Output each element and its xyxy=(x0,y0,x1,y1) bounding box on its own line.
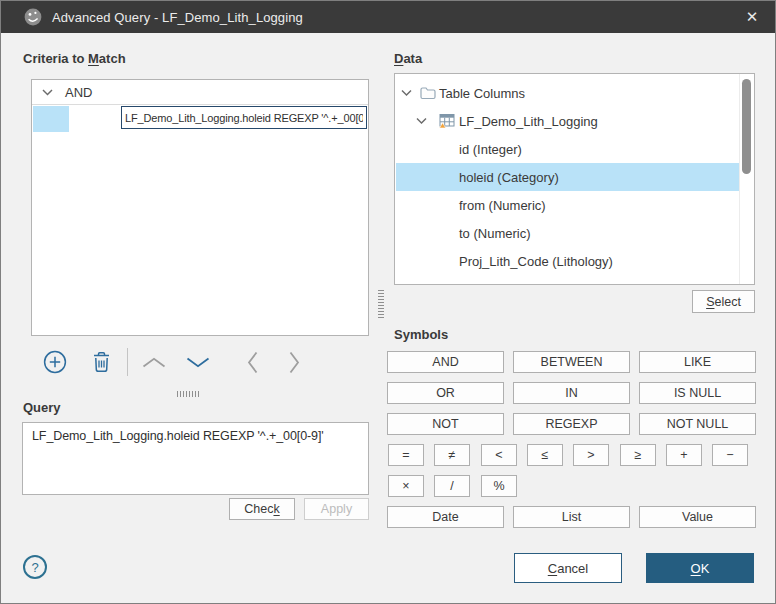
move-up-button[interactable] xyxy=(141,356,167,369)
symbol-value-button[interactable]: Value xyxy=(639,506,756,528)
symbol-date-button[interactable]: Date xyxy=(387,506,504,528)
check-button[interactable]: Check xyxy=(229,498,295,520)
tree-item-column-proj-lith-code[interactable]: Proj_Lith_Code (Lithology) xyxy=(396,247,741,275)
tree-item-label: LF_Demo_Lith_Logging xyxy=(459,114,598,129)
symbol-greater-than-button[interactable]: > xyxy=(573,444,609,466)
tree-item-column-to[interactable]: to (Numeric) xyxy=(396,219,741,247)
symbol-multiply-button[interactable]: × xyxy=(388,475,424,497)
symbol-not-button[interactable]: NOT xyxy=(387,413,504,435)
symbol-and-button[interactable]: AND xyxy=(387,351,504,373)
symbol-regexp-button[interactable]: REGEXP xyxy=(513,413,630,435)
symbol-not-equals-button[interactable]: ≠ xyxy=(434,444,470,466)
advanced-query-dialog: Advanced Query - LF_Demo_Lith_Logging ✕ … xyxy=(0,0,776,604)
symbol-like-button[interactable]: LIKE xyxy=(639,351,756,373)
cancel-button[interactable]: Cancel xyxy=(514,553,622,583)
criteria-row-handle[interactable] xyxy=(33,106,69,132)
tree-item-column-from[interactable]: from (Numeric) xyxy=(396,191,741,219)
symbol-is-null-button[interactable]: IS NULL xyxy=(639,382,756,404)
symbol-list-button[interactable]: List xyxy=(513,506,630,528)
symbol-not-null-button[interactable]: NOT NULL xyxy=(639,413,756,435)
symbol-minus-button[interactable]: − xyxy=(712,444,748,466)
criteria-root-label: AND xyxy=(65,85,92,100)
add-criteria-button[interactable] xyxy=(43,350,67,374)
plus-circle-icon xyxy=(43,350,67,374)
chevron-left-icon xyxy=(246,350,259,375)
symbol-greater-equal-button[interactable]: ≥ xyxy=(620,444,656,466)
data-tree-panel: Table Columns LF_Demo_Lith_Logging id (I… xyxy=(394,73,755,285)
chevron-down-icon xyxy=(185,356,211,369)
chevron-down-icon[interactable] xyxy=(401,90,412,97)
tree-item-column-holeid[interactable]: holeid (Category) xyxy=(396,163,741,191)
chevron-right-icon xyxy=(288,350,301,375)
trash-icon xyxy=(91,350,112,374)
symbol-equals-button[interactable]: = xyxy=(388,444,424,466)
criteria-to-match-label: Criteria to Match xyxy=(23,51,126,66)
window-title: Advanced Query - LF_Demo_Lith_Logging xyxy=(52,10,303,25)
chevron-down-icon[interactable] xyxy=(42,89,53,96)
tree-item-label: holeid (Category) xyxy=(459,170,559,185)
criteria-root-node[interactable]: AND xyxy=(32,80,368,105)
vertical-scrollbar[interactable] xyxy=(739,74,754,284)
tree-item-table-columns[interactable]: Table Columns xyxy=(396,79,741,107)
help-icon[interactable]: ? xyxy=(23,555,47,579)
table-icon xyxy=(439,114,455,129)
tree-item-label: Proj_Lith_Code (Lithology) xyxy=(459,254,613,269)
chevron-down-icon[interactable] xyxy=(416,118,427,125)
select-button[interactable]: Select xyxy=(692,290,755,313)
query-text-area[interactable]: LF_Demo_Lith_Logging.holeid REGEXP '^.+_… xyxy=(22,422,369,495)
symbol-less-than-button[interactable]: < xyxy=(481,444,517,466)
query-label: Query xyxy=(23,400,61,415)
app-logo-icon xyxy=(24,8,42,26)
vertical-splitter-handle[interactable] xyxy=(378,288,384,318)
criteria-row xyxy=(32,106,368,134)
scrollbar-thumb[interactable] xyxy=(742,79,751,174)
criteria-expression-input[interactable] xyxy=(121,106,367,129)
move-right-button[interactable] xyxy=(288,350,301,375)
symbol-plus-button[interactable]: + xyxy=(666,444,702,466)
symbols-label: Symbols xyxy=(394,327,448,342)
tree-item-label: id (Integer) xyxy=(459,142,522,157)
symbol-in-button[interactable]: IN xyxy=(513,382,630,404)
ok-button[interactable]: OK xyxy=(646,553,754,583)
delete-criteria-button[interactable] xyxy=(91,350,112,374)
tree-item-column-id[interactable]: id (Integer) xyxy=(396,135,741,163)
title-bar: Advanced Query - LF_Demo_Lith_Logging ✕ xyxy=(1,1,775,33)
tree-item-label: Table Columns xyxy=(439,86,525,101)
tree-item-label: from (Numeric) xyxy=(459,198,546,213)
symbol-between-button[interactable]: BETWEEN xyxy=(513,351,630,373)
folder-icon xyxy=(420,87,436,100)
chevron-up-icon xyxy=(141,356,167,369)
toolbar-divider xyxy=(127,348,128,376)
tree-item-table[interactable]: LF_Demo_Lith_Logging xyxy=(396,107,741,135)
symbol-divide-button[interactable]: / xyxy=(434,475,470,497)
close-icon[interactable]: ✕ xyxy=(729,1,775,33)
horizontal-splitter-handle[interactable] xyxy=(177,391,199,397)
symbol-or-button[interactable]: OR xyxy=(387,382,504,404)
apply-button[interactable]: Apply xyxy=(304,498,369,520)
symbol-less-equal-button[interactable]: ≤ xyxy=(527,444,563,466)
move-left-button[interactable] xyxy=(246,350,259,375)
symbol-modulo-button[interactable]: % xyxy=(481,475,517,497)
move-down-button[interactable] xyxy=(185,356,211,369)
data-label: Data xyxy=(394,51,422,66)
criteria-tree-panel: AND xyxy=(31,79,369,336)
tree-item-label: to (Numeric) xyxy=(459,226,531,241)
